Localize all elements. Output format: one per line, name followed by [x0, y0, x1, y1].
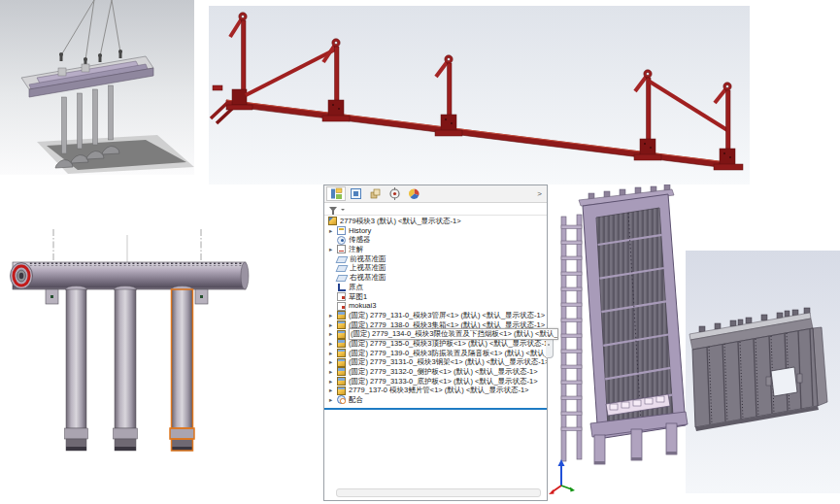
screenshot-canvas: > 2779模块3 (默认) <默认_显示状态-1> ▸ History 传感器	[0, 0, 840, 504]
tree-item-root-assembly[interactable]: 2779模块3 (默认) <默认_显示状态-1>	[324, 217, 547, 226]
tree-item-label: (固定) 2779_3132-0_侧护板<1> (默认) <默认_显示状态-1>	[349, 367, 547, 377]
filter-dropdown-icon	[341, 209, 345, 213]
tree-item-component-139[interactable]: ▸ (固定) 2779_139-0_模块3防振装置及隔音板<1> (默认) <默…	[324, 349, 547, 358]
expand-arrow-icon[interactable]: ▸	[329, 395, 337, 405]
expand-arrow-icon[interactable]: ▸	[329, 245, 337, 254]
origin-icon	[338, 284, 346, 291]
expand-arrow-icon[interactable]: ▸	[329, 377, 337, 386]
rollback-bar[interactable]	[324, 408, 547, 410]
propertymanager-tab-icon	[350, 187, 362, 200]
tab-displaymanager[interactable]	[404, 186, 423, 201]
featuremanager-panel: > 2779模块3 (默认) <默认_显示状态-1> ▸ History 传感器	[323, 185, 548, 501]
featuremanager-tabs: >	[324, 185, 547, 203]
component-icon	[337, 377, 346, 386]
component-icon	[337, 320, 346, 329]
tree-item-label: (固定) 2779_131-0_模块3管屏<1> (默认) <默认_显示状态-1…	[349, 311, 547, 320]
expand-arrow-icon[interactable]: ▸	[329, 339, 337, 349]
red-hanger-frame-image	[209, 6, 750, 185]
tree-item-sensors[interactable]: 传感器	[324, 235, 547, 245]
horizontal-scrollbar[interactable]	[336, 488, 541, 497]
sketch-icon	[337, 292, 346, 301]
model-view-panel-cutout	[686, 251, 840, 493]
tabs-overflow-chevron[interactable]: >	[534, 189, 545, 198]
component-icon	[337, 311, 346, 319]
tree-item-component-3131[interactable]: ▸ (固定) 2779_3131-0_模块3钢架<1> (默认) <默认_显示状…	[324, 357, 547, 367]
tree-item-label: 上视基准面	[350, 263, 547, 273]
component-icon	[337, 339, 346, 348]
tree-item-right-plane[interactable]: 右视基准面	[324, 273, 547, 283]
plane-icon	[336, 256, 349, 263]
tree-item-label: (固定) 2779_3133-0_底护板<1> (默认) <默认_显示状态-1>	[349, 377, 547, 386]
model-view-red-hanger-frame	[209, 6, 750, 185]
tree-item-label: 2779模块3 (默认) <默认_显示状态-1>	[340, 217, 547, 226]
tree-item-label: (固定) 2779_135-0_模块3顶护板<1> (默认) <默认_显示状态-…	[349, 339, 547, 349]
mates-icon	[337, 395, 346, 404]
tree-item-sketch1[interactable]: 草图1	[324, 292, 547, 302]
tree-item-component-135[interactable]: ▸ (固定) 2779_135-0_模块3顶护板<1> (默认) <默认_显示状…	[324, 339, 547, 349]
tab-propertymanager[interactable]	[346, 186, 365, 201]
model-view-lifting-rig	[0, 0, 194, 175]
tree-item-mokuai3[interactable]: mokuai3	[324, 301, 547, 311]
tab-dimxpertmanager[interactable]	[385, 186, 404, 201]
expand-arrow-icon[interactable]: ▸	[329, 226, 337, 236]
tree-filter-row[interactable]	[324, 203, 547, 216]
tree-item-front-plane[interactable]: 前视基准面	[324, 254, 547, 264]
sketch-icon	[337, 302, 346, 311]
tree-item-component-3132[interactable]: ▸ (固定) 2779_3132-0_侧护板<1> (默认) <默认_显示状态-…	[324, 367, 547, 377]
tree-item-label: 原点	[349, 283, 547, 292]
tree-item-label: mokuai3	[349, 301, 547, 311]
expand-arrow-icon[interactable]: ▸	[329, 329, 337, 339]
tree-item-component-137[interactable]: ▸ 2779_137-0 模块3鳍片管<1> (默认) <默认_显示状态-1>	[324, 386, 547, 395]
tree-item-label: 配合	[349, 395, 547, 405]
tree-item-label: 注解	[349, 245, 547, 254]
component-icon	[337, 330, 346, 339]
component-icon	[337, 367, 346, 376]
tree-item-label: (固定) 2779_139-0_模块3防振装置及隔音板<1> (默认) <默认_…	[349, 349, 547, 358]
plane-icon	[336, 275, 349, 282]
model-view-header-pipes	[0, 221, 252, 464]
tab-configurationmanager[interactable]	[365, 186, 385, 201]
filter-funnel-icon	[329, 207, 337, 212]
feature-tree: 2779模块3 (默认) <默认_显示状态-1> ▸ History 传感器 ▸…	[324, 216, 547, 405]
tree-item-component-134[interactable]: ▸ (固定) 2779_134-0_模块3限位装置及下挡烟板<1> (默认) <…	[324, 329, 547, 339]
expand-arrow-icon[interactable]: ▸	[329, 357, 337, 367]
expand-arrow-icon[interactable]: ▸	[329, 367, 337, 377]
featuremanager-tab-icon	[330, 187, 343, 200]
tree-item-origin[interactable]: 原点	[324, 283, 547, 292]
tab-featuremanager[interactable]	[326, 186, 346, 201]
tree-item-label: 传感器	[349, 235, 547, 245]
expand-arrow-icon[interactable]: ▸	[329, 386, 337, 395]
tree-item-history[interactable]: ▸ History	[324, 226, 547, 236]
tree-item-label: 草图1	[349, 292, 547, 302]
model-view-membrane-module	[544, 185, 704, 497]
expand-arrow-icon[interactable]: ▸	[329, 311, 337, 320]
tree-item-label: (固定) 2779_134-0_模块3限位装置及下挡烟板<1> (默认) <默认…	[349, 328, 558, 340]
sensors-icon	[337, 236, 346, 245]
lifting-rig-image	[0, 0, 194, 175]
tree-item-label: (固定) 2779_3131-0_模块3钢架<1> (默认) <默认_显示状态-…	[349, 357, 547, 367]
plane-icon	[336, 265, 349, 272]
expand-arrow-icon[interactable]: ▸	[329, 320, 337, 330]
tree-item-mates[interactable]: ▸ 配合	[324, 395, 547, 405]
tree-item-top-plane[interactable]: 上视基准面	[324, 263, 547, 273]
component-icon	[337, 386, 346, 395]
header-pipes-image	[0, 221, 252, 464]
component-icon	[337, 349, 346, 357]
tree-item-label: 右视基准面	[350, 273, 547, 283]
tree-item-component-3133[interactable]: ▸ (固定) 2779_3133-0_底护板<1> (默认) <默认_显示状态-…	[324, 377, 547, 386]
configurationmanager-tab-icon	[369, 187, 382, 200]
annotations-icon	[337, 245, 346, 253]
tree-item-component-131[interactable]: ▸ (固定) 2779_131-0_模块3管屏<1> (默认) <默认_显示状态…	[324, 311, 547, 320]
membrane-module-image	[544, 185, 704, 497]
dimxpertmanager-tab-icon	[388, 187, 401, 200]
expand-arrow-icon[interactable]: ▸	[329, 349, 337, 358]
tree-item-label: History	[349, 226, 547, 236]
tree-item-label: 2779_137-0 模块3鳍片管<1> (默认) <默认_显示状态-1>	[349, 386, 547, 395]
panel-cutout-image	[686, 251, 840, 493]
coordinate-triad-icon	[549, 459, 575, 494]
history-folder-icon	[337, 226, 346, 235]
tree-item-annotations[interactable]: ▸ 注解	[324, 245, 547, 254]
displaymanager-tab-icon	[408, 187, 420, 200]
component-icon	[337, 358, 346, 367]
tree-item-label: 前视基准面	[350, 254, 547, 264]
